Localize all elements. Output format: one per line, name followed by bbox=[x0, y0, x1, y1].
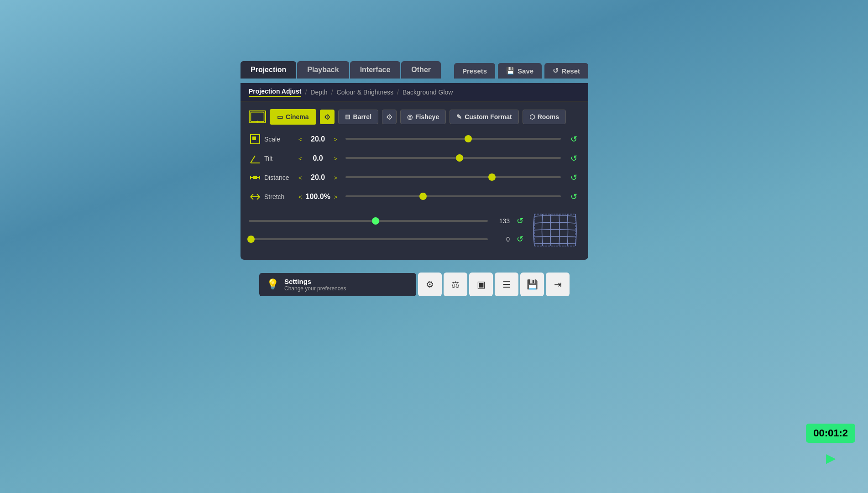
toolbar-person-button[interactable]: ⚖ bbox=[444, 273, 467, 296]
screen-icon bbox=[249, 110, 266, 123]
tab-playback[interactable]: Playback bbox=[297, 61, 349, 79]
svg-rect-16 bbox=[534, 214, 575, 246]
barrel-thumb-1[interactable] bbox=[372, 217, 379, 225]
breadcrumb-colour[interactable]: Colour & Brightness bbox=[337, 89, 394, 96]
reset-button[interactable]: ↺ Reset bbox=[544, 63, 588, 79]
tilt-reset[interactable]: ↺ bbox=[567, 152, 580, 165]
presets-button[interactable]: Presets bbox=[454, 63, 495, 79]
stretch-reset[interactable]: ↺ bbox=[567, 190, 580, 203]
cinema-gear-button[interactable]: ⚙ bbox=[320, 110, 335, 124]
barrel-track-1[interactable] bbox=[249, 220, 488, 222]
save-label: Save bbox=[518, 67, 533, 75]
toolbar-menu-button[interactable]: ☰ bbox=[495, 273, 518, 296]
tilt-row: Tilt < 0.0 > ↺ bbox=[249, 152, 580, 165]
barrel-reset-1[interactable]: ↺ bbox=[513, 215, 526, 227]
tilt-thumb[interactable] bbox=[456, 154, 463, 162]
scale-ctrl: < 20.0 > bbox=[297, 135, 339, 144]
barrel-thumb-2[interactable] bbox=[247, 236, 255, 243]
stretch-decrement[interactable]: < bbox=[297, 193, 304, 201]
tab-projection[interactable]: Projection bbox=[241, 61, 296, 79]
stretch-thumb[interactable] bbox=[419, 193, 427, 200]
tilt-label: Tilt bbox=[264, 155, 294, 162]
toolbar-gear-button[interactable]: ⚙ bbox=[418, 273, 442, 296]
toolbar-export-button[interactable]: ⇥ bbox=[546, 273, 570, 296]
breadcrumb-sep-2: / bbox=[331, 89, 333, 96]
tilt-icon bbox=[249, 152, 261, 165]
rooms-button[interactable]: ⬡ Rooms bbox=[523, 110, 566, 124]
toolbar-save-icon: 💾 bbox=[527, 279, 538, 290]
save-icon: 💾 bbox=[506, 67, 515, 75]
distance-increment[interactable]: > bbox=[332, 173, 340, 182]
fisheye-icon: ◎ bbox=[407, 113, 413, 121]
stretch-icon bbox=[249, 190, 261, 203]
toolbar-save-button[interactable]: 💾 bbox=[520, 273, 544, 296]
scale-track[interactable] bbox=[345, 138, 561, 141]
svg-rect-4 bbox=[252, 136, 256, 140]
tab-bar: Projection Playback Interface Other bbox=[241, 61, 441, 79]
distance-thumb[interactable] bbox=[488, 173, 496, 181]
toolbar-export-icon: ⇥ bbox=[554, 279, 562, 290]
toolbar-screen-icon: ▣ bbox=[477, 279, 486, 290]
scale-icon bbox=[249, 133, 261, 146]
tilt-value: 0.0 bbox=[306, 154, 330, 163]
panel-content: ▭ Cinema ⚙ ⊟ Barrel ⚙ ◎ Fisheye ✎ Custom… bbox=[241, 102, 588, 260]
distance-row: Distance < 20.0 > ↺ bbox=[249, 171, 580, 184]
pencil-icon: ✎ bbox=[456, 113, 462, 121]
reset-label: Reset bbox=[561, 67, 580, 75]
tilt-increment[interactable]: > bbox=[332, 154, 340, 163]
breadcrumb-depth[interactable]: Depth bbox=[310, 89, 327, 96]
svg-rect-10 bbox=[253, 176, 257, 179]
breadcrumb-glow[interactable]: Background Glow bbox=[403, 89, 453, 96]
save-button[interactable]: 💾 Save bbox=[498, 63, 542, 79]
custom-format-button[interactable]: ✎ Custom Format bbox=[450, 110, 518, 124]
distance-ctrl: < 20.0 > bbox=[297, 173, 339, 182]
stretch-increment[interactable]: > bbox=[332, 193, 340, 201]
barrel-icon: ⊟ bbox=[345, 113, 350, 121]
breadcrumb-sep-1: / bbox=[305, 89, 307, 96]
scale-decrement[interactable]: < bbox=[297, 135, 304, 144]
fisheye-label: Fisheye bbox=[415, 113, 439, 121]
barrel-value-1: 133 bbox=[492, 217, 510, 225]
tilt-decrement[interactable]: < bbox=[297, 154, 304, 163]
barrel-gear-button[interactable]: ⚙ bbox=[382, 110, 397, 124]
stretch-label: Stretch bbox=[264, 193, 294, 200]
tab-actions: Presets 💾 Save ↺ Reset bbox=[454, 63, 588, 79]
scale-label: Scale bbox=[264, 136, 294, 143]
tab-other[interactable]: Other bbox=[401, 61, 441, 79]
barrel-track-2[interactable] bbox=[249, 238, 488, 240]
toolbar-menu-icon: ☰ bbox=[502, 279, 511, 290]
fisheye-button[interactable]: ◎ Fisheye bbox=[400, 110, 446, 124]
barrel-svg bbox=[530, 210, 580, 251]
barrel-reset-2[interactable]: ↺ bbox=[513, 233, 526, 246]
main-panel: Projection Playback Interface Other Pres… bbox=[241, 83, 588, 260]
rooms-icon: ⬡ bbox=[529, 113, 535, 121]
distance-decrement[interactable]: < bbox=[297, 173, 304, 182]
tilt-track-bg bbox=[345, 157, 561, 159]
settings-text: Settings Change your preferences bbox=[284, 278, 346, 292]
play-button[interactable]: ▶ bbox=[826, 451, 836, 466]
distance-label: Distance bbox=[264, 174, 294, 181]
tilt-track[interactable] bbox=[345, 157, 561, 160]
barrel-row-2: 0 ↺ bbox=[249, 233, 526, 246]
stretch-ctrl: < 100.0% > bbox=[297, 193, 339, 201]
distance-reset[interactable]: ↺ bbox=[567, 171, 580, 184]
tab-interface[interactable]: Interface bbox=[350, 61, 401, 79]
stretch-value: 100.0% bbox=[306, 193, 330, 201]
barrel-button[interactable]: ⊟ Barrel bbox=[338, 110, 378, 124]
scale-thumb[interactable] bbox=[465, 135, 472, 142]
distance-value: 20.0 bbox=[306, 173, 330, 182]
cinema-button[interactable]: ▭ Cinema bbox=[270, 109, 316, 125]
toolbar-screen-button[interactable]: ▣ bbox=[469, 273, 493, 296]
toolbar-gear-icon: ⚙ bbox=[426, 279, 434, 290]
scale-row: Scale < 20.0 > ↺ bbox=[249, 133, 580, 146]
distance-icon bbox=[249, 171, 261, 184]
format-row: ▭ Cinema ⚙ ⊟ Barrel ⚙ ◎ Fisheye ✎ Custom… bbox=[249, 109, 580, 125]
stretch-track[interactable] bbox=[345, 195, 561, 198]
breadcrumb-active[interactable]: Projection Adjust bbox=[249, 88, 301, 97]
distance-track-bg bbox=[345, 176, 561, 178]
lightbulb-icon: 💡 bbox=[267, 278, 279, 290]
scale-increment[interactable]: > bbox=[332, 135, 340, 144]
distance-track[interactable] bbox=[345, 176, 561, 179]
svg-rect-0 bbox=[251, 112, 264, 122]
scale-reset[interactable]: ↺ bbox=[567, 133, 580, 146]
